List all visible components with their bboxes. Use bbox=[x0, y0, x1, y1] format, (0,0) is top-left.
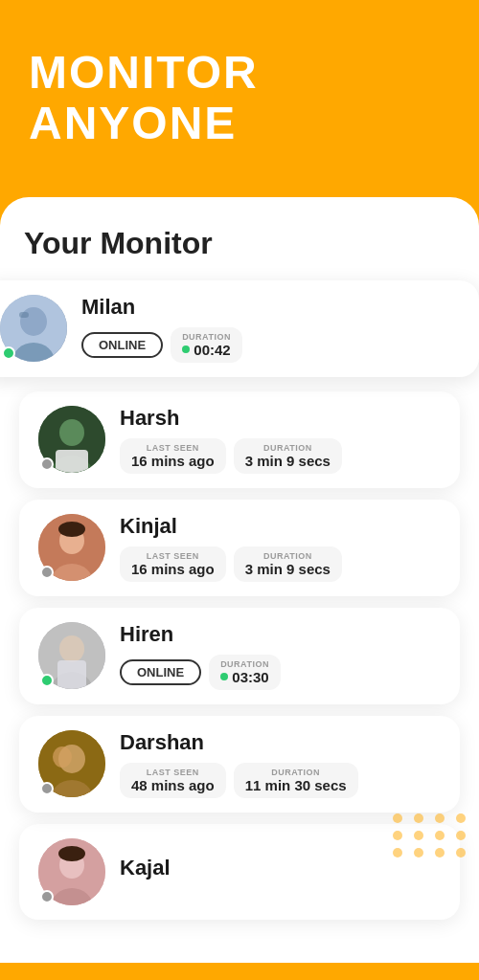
dot-4 bbox=[456, 813, 466, 823]
last-seen-label-harsh: LAST SEEN bbox=[147, 443, 199, 453]
duration-value-milan: 00:42 bbox=[182, 342, 230, 358]
status-dot-milan bbox=[2, 346, 15, 360]
card-info-hiren: Hiren ONLINE DURATION 03:30 bbox=[120, 622, 441, 690]
avatar-wrap-hiren bbox=[38, 622, 105, 689]
avatar-wrap-darshan bbox=[38, 730, 105, 797]
duration-badge-darshan: DURATION 11 min 30 secs bbox=[234, 763, 358, 798]
main-card: Your Monitor Milan ONLINE DURATION bbox=[0, 197, 479, 963]
svg-point-19 bbox=[53, 746, 72, 768]
duration-badge-harsh: DURATION 3 min 9 secs bbox=[234, 438, 342, 474]
last-seen-badge-harsh: LAST SEEN 16 mins ago bbox=[120, 438, 226, 474]
status-dot-darshan bbox=[40, 782, 54, 795]
dot-9 bbox=[393, 848, 402, 858]
last-seen-value-darshan: 48 mins ago bbox=[131, 777, 215, 793]
duration-label-milan: DURATION bbox=[182, 332, 231, 342]
dot-8 bbox=[456, 831, 466, 840]
user-card-kinjal[interactable]: Kinjal LAST SEEN 16 mins ago DURATION 3 … bbox=[19, 500, 460, 596]
green-dot-milan bbox=[182, 345, 190, 353]
dot-11 bbox=[435, 848, 445, 858]
last-seen-value-kinjal: 16 mins ago bbox=[131, 561, 215, 577]
duration-badge-milan: DURATION 00:42 bbox=[171, 327, 242, 363]
svg-point-13 bbox=[59, 635, 84, 662]
user-card-darshan[interactable]: Darshan LAST SEEN 48 mins ago DURATION 1… bbox=[19, 716, 460, 813]
card-info-harsh: Harsh LAST SEEN 16 mins ago DURATION 3 m… bbox=[120, 406, 441, 474]
page-title: MONITOR ANYONE bbox=[29, 48, 450, 149]
svg-point-23 bbox=[58, 846, 85, 861]
svg-point-5 bbox=[59, 419, 84, 446]
badges-row-darshan: LAST SEEN 48 mins ago DURATION 11 min 30… bbox=[120, 763, 441, 798]
card-info-milan: Milan ONLINE DURATION 00:42 bbox=[81, 295, 460, 363]
dot-3 bbox=[435, 813, 445, 823]
dot-5 bbox=[393, 831, 402, 840]
dot-12 bbox=[456, 848, 466, 858]
duration-badge-kinjal: DURATION 3 min 9 secs bbox=[234, 546, 342, 582]
status-dot-harsh bbox=[40, 457, 54, 471]
svg-rect-3 bbox=[19, 312, 29, 318]
svg-point-11 bbox=[58, 522, 85, 537]
last-seen-label-kinjal: LAST SEEN bbox=[147, 551, 199, 561]
badges-row-hiren: ONLINE DURATION 03:30 bbox=[120, 655, 441, 690]
svg-point-1 bbox=[20, 307, 47, 336]
person-name-milan: Milan bbox=[81, 295, 460, 320]
dot-1 bbox=[393, 813, 402, 823]
person-name-kinjal: Kinjal bbox=[120, 514, 441, 539]
status-dot-hiren bbox=[40, 674, 54, 687]
badges-row-kinjal: LAST SEEN 16 mins ago DURATION 3 min 9 s… bbox=[120, 546, 441, 582]
card-info-darshan: Darshan LAST SEEN 48 mins ago DURATION 1… bbox=[120, 730, 441, 798]
header: MONITOR ANYONE bbox=[0, 0, 479, 168]
badges-row-harsh: LAST SEEN 16 mins ago DURATION 3 min 9 s… bbox=[120, 438, 441, 474]
online-badge-hiren: ONLINE bbox=[120, 659, 201, 685]
user-card-hiren[interactable]: Hiren ONLINE DURATION 03:30 bbox=[19, 608, 460, 704]
duration-label-kinjal: DURATION bbox=[263, 551, 312, 561]
avatar-wrap-milan bbox=[0, 295, 67, 362]
status-dot-kajal bbox=[40, 890, 54, 903]
green-dot-hiren bbox=[220, 673, 228, 680]
avatar-wrap-kajal bbox=[38, 838, 105, 905]
last-seen-label-darshan: LAST SEEN bbox=[147, 768, 199, 777]
card-info-kinjal: Kinjal LAST SEEN 16 mins ago DURATION 3 … bbox=[120, 514, 441, 582]
dot-6 bbox=[414, 831, 423, 840]
section-title: Your Monitor bbox=[19, 226, 460, 261]
last-seen-value-harsh: 16 mins ago bbox=[131, 453, 215, 469]
duration-label-darshan: DURATION bbox=[271, 768, 320, 777]
svg-rect-15 bbox=[57, 660, 86, 689]
dot-10 bbox=[414, 848, 423, 858]
avatar-wrap-kinjal bbox=[38, 514, 105, 581]
duration-value-hiren: 03:30 bbox=[220, 669, 268, 685]
dot-7 bbox=[435, 831, 445, 840]
duration-value-darshan: 11 min 30 secs bbox=[245, 777, 347, 793]
last-seen-badge-darshan: LAST SEEN 48 mins ago bbox=[120, 763, 226, 798]
user-card-harsh[interactable]: Harsh LAST SEEN 16 mins ago DURATION 3 m… bbox=[19, 391, 460, 488]
duration-badge-hiren: DURATION 03:30 bbox=[209, 655, 281, 690]
online-badge-milan: ONLINE bbox=[81, 332, 163, 358]
duration-value-kinjal: 3 min 9 secs bbox=[245, 561, 331, 577]
duration-label-hiren: DURATION bbox=[220, 659, 269, 669]
dot-2 bbox=[414, 813, 423, 823]
avatar-wrap-harsh bbox=[38, 406, 105, 473]
person-name-harsh: Harsh bbox=[120, 406, 441, 431]
svg-rect-7 bbox=[56, 450, 88, 473]
last-seen-badge-kinjal: LAST SEEN 16 mins ago bbox=[120, 546, 226, 582]
person-name-hiren: Hiren bbox=[120, 622, 441, 647]
badges-row-milan: ONLINE DURATION 00:42 bbox=[81, 327, 460, 363]
duration-value-harsh: 3 min 9 secs bbox=[245, 453, 331, 469]
user-card-milan[interactable]: Milan ONLINE DURATION 00:42 bbox=[0, 280, 479, 377]
person-name-darshan: Darshan bbox=[120, 730, 441, 755]
decorative-dots bbox=[383, 804, 479, 867]
duration-label-harsh: DURATION bbox=[263, 443, 312, 453]
status-dot-kinjal bbox=[40, 566, 54, 579]
